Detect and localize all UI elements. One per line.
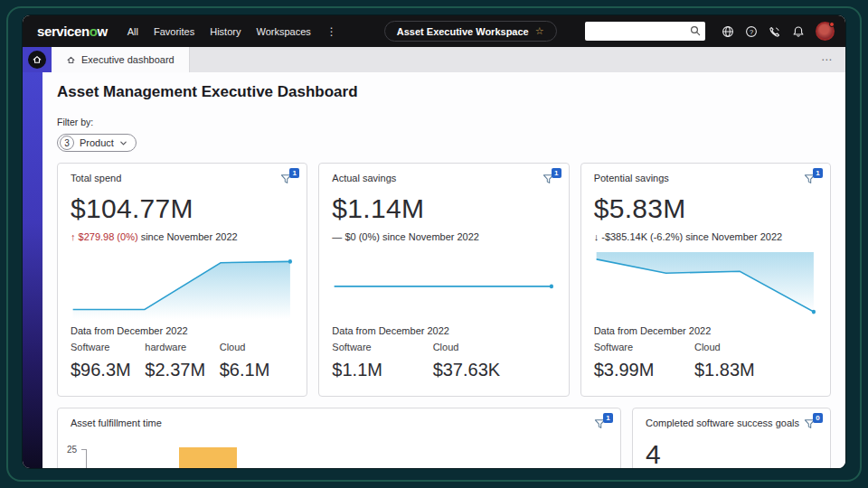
filter-funnel-icon[interactable]: 1 [280, 173, 294, 185]
card-completed-software-success-goals: Completed software success goals 0 4 [632, 408, 831, 468]
kpi-value: $5.83M [594, 193, 817, 224]
workspace-selector-label: Asset Executive Workspace [397, 26, 529, 37]
filter-count-badge: 1 [552, 168, 561, 178]
data-note: Data from December 2022 [71, 325, 294, 336]
tab-overflow-icon[interactable]: ⋯ [808, 47, 845, 72]
filter-by-label: Filter by: [57, 117, 831, 127]
stats-row: Software $3.99M Cloud $1.83M [594, 342, 817, 380]
stat-value: $3.99M [594, 360, 694, 380]
stat-cloud: Cloud $6.1M [220, 342, 294, 380]
tab-home-icon [66, 55, 76, 65]
y-axis-tick-label: 25 [67, 445, 77, 455]
page-title: Asset Management Executive Dashboard [57, 83, 831, 101]
logo-text: servicen [37, 23, 90, 39]
potential-savings-sparkline [594, 252, 817, 319]
stat-value: $1.83M [694, 360, 795, 380]
help-icon[interactable]: ? [741, 21, 761, 42]
stats-row: Software $96.3M hardware $2.37M Cloud $6… [71, 342, 294, 380]
filter-count-badge: 1 [603, 413, 613, 423]
kpi-value: $104.77M [71, 193, 294, 224]
workspace-home-button[interactable] [23, 47, 52, 72]
notifications-bell-icon[interactable] [788, 21, 808, 42]
bottom-cards-row: Asset fulfillment time 1 25 Completed so… [57, 408, 831, 468]
filter-funnel-icon[interactable]: 1 [804, 173, 817, 185]
tab-bar: Executive dashboard ⋯ [23, 47, 845, 72]
workspace-selector-button[interactable]: Asset Executive Workspace ☆ [384, 21, 557, 42]
delta-change: — $0 (0%) [332, 231, 380, 242]
delta-suffix: since November 2022 [380, 231, 479, 242]
stat-software: Software $1.1M [332, 342, 432, 380]
left-nav-rail [23, 72, 42, 468]
filter-count-badge: 0 [813, 413, 823, 423]
kpi-value: $1.14M [332, 193, 555, 224]
stat-label: Software [594, 342, 694, 352]
svg-text:?: ? [749, 27, 752, 35]
stat-label: Cloud [694, 342, 795, 352]
stat-value: $37.63K [433, 360, 533, 380]
actual-savings-sparkline [332, 252, 555, 319]
filter-chip-label: Product [80, 137, 114, 148]
filter-count-badge: 1 [813, 168, 823, 178]
search-icon[interactable] [690, 23, 701, 40]
card-title: Potential savings [594, 173, 669, 183]
stat-label: Cloud [433, 342, 533, 352]
stat-cloud: Cloud $1.83M [694, 342, 795, 380]
stat-label: Software [71, 342, 145, 352]
card-title: Completed software success goals [646, 418, 799, 428]
kpi-delta: ↑ $279.98 (0%) since November 2022 [71, 231, 294, 242]
card-title: Total spend [71, 173, 121, 183]
chevron-down-icon [119, 139, 127, 147]
card-total-spend: Total spend 1 $104.77M ↑ $279.98 (0%) si… [57, 163, 307, 397]
card-asset-fulfillment-time: Asset fulfillment time 1 25 [57, 408, 621, 468]
logo-text-end: w [97, 23, 107, 39]
stat-value: $6.1M [220, 360, 294, 380]
stat-label: hardware [145, 342, 219, 352]
home-icon [28, 51, 46, 69]
global-search[interactable] [585, 22, 705, 41]
tab-executive-dashboard[interactable]: Executive dashboard [52, 47, 190, 72]
stat-label: Software [332, 342, 432, 352]
nav-item-all[interactable]: All [127, 26, 138, 37]
goals-value: 4 [646, 439, 817, 468]
filter-funnel-icon[interactable]: 0 [804, 418, 817, 430]
nav-item-workspaces[interactable]: Workspaces [256, 26, 310, 37]
data-note: Data from December 2022 [594, 325, 817, 336]
stat-hardware: hardware $2.37M [145, 342, 219, 380]
nav-item-history[interactable]: History [210, 26, 241, 37]
fulfillment-bar [179, 447, 237, 468]
app-window: servicenow All Favorites History Workspa… [23, 15, 845, 468]
delta-suffix: since November 2022 [683, 231, 782, 242]
filter-funnel-icon[interactable]: 1 [542, 173, 556, 185]
stat-value: $96.3M [71, 360, 145, 380]
y-axis-line [86, 449, 87, 468]
nav-item-favorites[interactable]: Favorites [154, 26, 194, 37]
product-filter-chip[interactable]: 3 Product [57, 134, 137, 152]
dashboard-main: Asset Management Executive Dashboard Fil… [42, 72, 845, 468]
kpi-delta: — $0 (0%) since November 2022 [332, 231, 555, 242]
stat-value: $1.1M [332, 360, 432, 380]
top-nav: servicenow All Favorites History Workspa… [23, 15, 845, 47]
filter-funnel-icon[interactable]: 1 [594, 418, 608, 430]
tab-label: Executive dashboard [81, 54, 175, 65]
stats-row: Software $1.1M Cloud $37.63K [332, 342, 555, 380]
card-potential-savings: Potential savings 1 $5.83M ↓ -$385.14K (… [580, 163, 831, 397]
favorite-star-icon[interactable]: ☆ [535, 25, 544, 37]
filter-count-badge: 3 [60, 136, 74, 150]
search-input[interactable] [591, 26, 690, 37]
more-menus-icon[interactable]: ⋮ [326, 25, 337, 38]
stat-software: Software $96.3M [71, 342, 145, 380]
servicenow-logo[interactable]: servicenow [37, 23, 108, 39]
delta-change: ↓ -$385.14K (-6.2%) [594, 231, 683, 242]
total-spend-sparkline [71, 252, 294, 319]
user-avatar[interactable] [816, 22, 835, 41]
card-title: Actual savings [332, 173, 396, 183]
avatar-status-dot [829, 22, 835, 27]
stat-software: Software $3.99M [594, 342, 694, 380]
stat-value: $2.37M [145, 360, 219, 380]
phone-icon[interactable] [764, 21, 785, 42]
globe-icon[interactable] [717, 21, 738, 42]
card-title: Asset fulfillment time [71, 418, 162, 428]
delta-suffix: since November 2022 [138, 231, 238, 242]
delta-change: ↑ $279.98 (0%) [71, 231, 138, 242]
kpi-cards-row: Total spend 1 $104.77M ↑ $279.98 (0%) si… [57, 163, 831, 397]
